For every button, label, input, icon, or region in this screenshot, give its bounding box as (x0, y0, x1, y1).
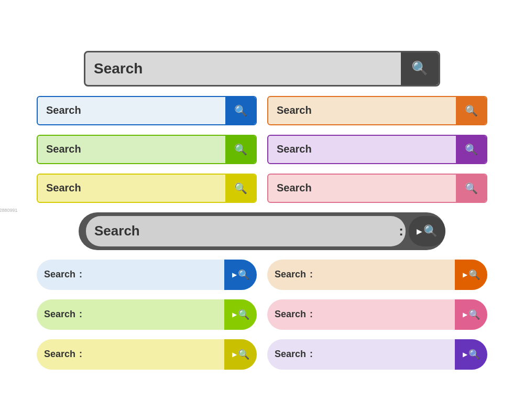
bottom-input-orange: Search : (267, 260, 455, 290)
bottom-label-pink: Search (275, 309, 306, 320)
bottom-colon-purple: : (307, 349, 313, 360)
arrow-icon: ▶ (417, 227, 422, 235)
search-icon-bottom-pink: 🔍 (468, 309, 480, 320)
search-bar-row-2: 🔍 🔍 (21, 135, 503, 164)
bottom-label-blue: Search (44, 269, 75, 280)
search-button-orange[interactable]: 🔍 (456, 97, 486, 124)
search-bar-yellow: 🔍 (37, 174, 257, 203)
mid-search-button[interactable]: ▶ 🔍 (409, 216, 445, 246)
search-bar-pink: 🔍 (267, 174, 487, 203)
search-bar-row-3: 🔍 🔍 (21, 174, 503, 203)
mid-search-bar: : ▶ 🔍 (79, 212, 445, 250)
search-input-yellow[interactable] (38, 182, 225, 194)
bottom-colon-orange: : (307, 269, 313, 280)
search-button-pink[interactable]: 🔍 (456, 175, 486, 202)
search-button-blue[interactable]: 🔍 (225, 97, 256, 124)
top-search-button[interactable]: 🔍 (401, 52, 439, 85)
search-input-pink[interactable] (268, 182, 456, 194)
search-bar-row-1: 🔍 🔍 (21, 96, 503, 125)
bottom-colon-yellow: : (77, 349, 82, 360)
bottom-input-green: Search : (37, 299, 224, 330)
arrow-icon-orange: ▶ (463, 271, 467, 278)
search-icon-orange: 🔍 (465, 104, 478, 117)
search-icon-blue: 🔍 (234, 104, 247, 117)
search-input-blue[interactable] (38, 104, 225, 116)
main-container: 🔍 🔍 🔍 🔍 🔍 (21, 51, 503, 370)
bottom-btn-blue[interactable]: ▶ 🔍 (224, 260, 257, 290)
search-icon-bottom-orange: 🔍 (468, 269, 480, 281)
search-icon-green: 🔍 (234, 143, 247, 156)
bottom-label-yellow: Search (44, 349, 75, 360)
bottom-btn-yellow[interactable]: ▶ 🔍 (224, 339, 257, 370)
search-icon-purple: 🔍 (465, 143, 478, 156)
arrow-icon-yellow: ▶ (232, 351, 237, 358)
search-button-green[interactable]: 🔍 (225, 136, 256, 163)
search-input-purple[interactable] (268, 143, 456, 155)
arrow-icon-green: ▶ (232, 311, 237, 318)
bottom-input-yellow: Search : (37, 339, 224, 370)
bottom-btn-purple[interactable]: ▶ 🔍 (455, 339, 487, 370)
bottom-input-pink: Search : (267, 299, 455, 330)
search-icon-yellow: 🔍 (234, 182, 247, 195)
search-bar-green: 🔍 (37, 135, 257, 164)
bottom-colon-pink: : (307, 309, 313, 320)
bottom-btn-orange[interactable]: ▶ 🔍 (455, 260, 487, 290)
search-bar-purple: 🔍 (267, 135, 487, 164)
bottom-row-1: Search : ▶ 🔍 Search : ▶ 🔍 (21, 260, 503, 290)
watermark: 362880991 (0, 208, 18, 213)
bottom-search-bar-green: Search : ▶ 🔍 (37, 299, 257, 330)
bottom-input-blue: Search : (37, 260, 224, 290)
search-button-yellow[interactable]: 🔍 (225, 175, 256, 202)
bottom-input-purple: Search : (267, 339, 455, 370)
search-icon-bottom-yellow: 🔍 (238, 349, 249, 360)
search-input-orange[interactable] (268, 104, 456, 116)
mid-search-input[interactable] (86, 223, 399, 239)
bottom-search-bar-pink: Search : ▶ 🔍 (267, 299, 487, 330)
bottom-btn-pink[interactable]: ▶ 🔍 (455, 299, 487, 330)
mid-search-inner: : (86, 216, 406, 246)
search-icon-bottom-green: 🔍 (238, 309, 249, 320)
bottom-label-orange: Search (275, 269, 306, 280)
bottom-row-3: Search : ▶ 🔍 Search : ▶ 🔍 (21, 339, 503, 370)
search-icon: 🔍 (411, 60, 428, 77)
bottom-search-bar-purple: Search : ▶ 🔍 (267, 339, 487, 370)
bottom-search-bar-yellow: Search : ▶ 🔍 (37, 339, 257, 370)
search-icon-bottom-purple: 🔍 (468, 349, 480, 360)
arrow-icon-purple: ▶ (463, 351, 467, 358)
bottom-label-purple: Search (275, 349, 306, 360)
bottom-btn-green[interactable]: ▶ 🔍 (224, 299, 257, 330)
bottom-row-2: Search : ▶ 🔍 Search : ▶ 🔍 (21, 299, 503, 330)
search-bar-blue: 🔍 (37, 96, 257, 125)
bottom-label-green: Search (44, 309, 75, 320)
search-icon-mid: 🔍 (423, 224, 438, 238)
bottom-colon-blue: : (77, 269, 82, 280)
search-input-green[interactable] (38, 143, 225, 155)
top-search-bar: 🔍 (84, 51, 440, 87)
arrow-icon-pink: ▶ (463, 311, 467, 318)
mid-colon: : (399, 223, 403, 239)
search-icon-bottom-blue: 🔍 (238, 269, 249, 281)
arrow-icon-blue: ▶ (232, 271, 237, 278)
search-button-purple[interactable]: 🔍 (456, 136, 486, 163)
search-bar-orange: 🔍 (267, 96, 487, 125)
bottom-colon-green: : (77, 309, 82, 320)
bottom-search-bar-blue: Search : ▶ 🔍 (37, 260, 257, 290)
search-icon-pink: 🔍 (465, 182, 478, 195)
bottom-search-bar-orange: Search : ▶ 🔍 (267, 260, 487, 290)
top-search-input[interactable] (85, 60, 401, 77)
